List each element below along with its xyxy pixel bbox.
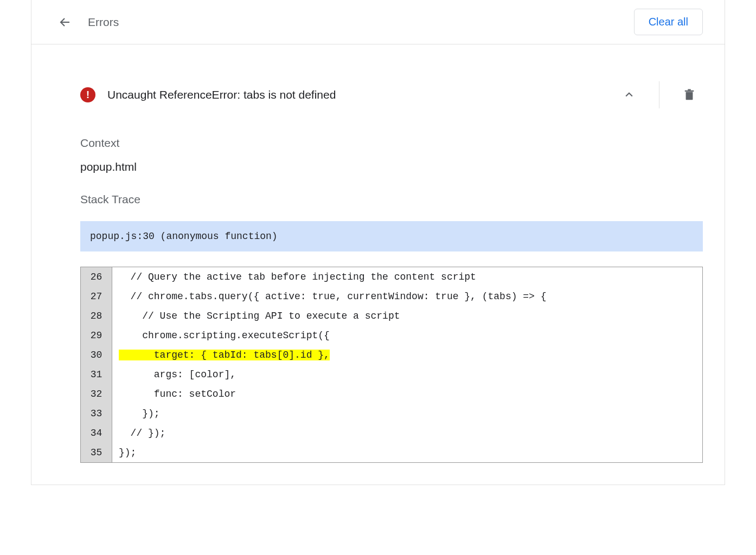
- code-line: // });: [112, 423, 702, 443]
- line-number: 27: [81, 287, 112, 306]
- back-arrow-icon[interactable]: [59, 16, 72, 29]
- code-line: // chrome.tabs.query({ active: true, cur…: [112, 287, 702, 306]
- code-line: // Use the Scripting API to execute a sc…: [112, 306, 702, 326]
- line-number: 30: [81, 345, 112, 365]
- content: ! Uncaught ReferenceError: tabs is not d…: [31, 66, 725, 463]
- line-number: 34: [81, 423, 112, 443]
- code-row: 30 target: { tabId: tabs[0].id },: [81, 345, 702, 365]
- line-number: 32: [81, 384, 112, 404]
- divider: [659, 81, 659, 108]
- code-line: });: [112, 404, 702, 423]
- errors-panel: Errors Clear all ! Uncaught ReferenceErr…: [31, 0, 725, 485]
- code-line: args: [color],: [112, 365, 702, 384]
- trash-icon[interactable]: [676, 81, 703, 108]
- code-row: 32 func: setColor: [81, 384, 702, 404]
- code-row: 28 // Use the Scripting API to execute a…: [81, 306, 702, 326]
- clear-all-button[interactable]: Clear all: [634, 9, 703, 35]
- error-row: ! Uncaught ReferenceError: tabs is not d…: [80, 66, 703, 124]
- code-line: // Query the active tab before injecting…: [112, 267, 702, 287]
- error-icon: !: [80, 87, 95, 102]
- error-left: ! Uncaught ReferenceError: tabs is not d…: [80, 87, 336, 102]
- stack-trace-heading: Stack Trace: [80, 193, 703, 206]
- code-line: chrome.scripting.executeScript({: [112, 326, 702, 345]
- code-line: func: setColor: [112, 384, 702, 404]
- context-heading: Context: [80, 137, 703, 150]
- svg-rect-1: [686, 92, 693, 100]
- code-row: 29 chrome.scripting.executeScript({: [81, 326, 702, 345]
- code-row: 35});: [81, 443, 702, 462]
- line-number: 29: [81, 326, 112, 345]
- collapse-chevron-icon[interactable]: [616, 81, 643, 108]
- line-number: 28: [81, 306, 112, 326]
- code-row: 33 });: [81, 404, 702, 423]
- stack-trace-location[interactable]: popup.js:30 (anonymous function): [80, 221, 703, 251]
- code-line: });: [112, 443, 702, 462]
- code-snippet: 26 // Query the active tab before inject…: [80, 267, 703, 463]
- line-number: 33: [81, 404, 112, 423]
- header-left: Errors: [59, 16, 119, 29]
- line-number: 26: [81, 267, 112, 287]
- error-message: Uncaught ReferenceError: tabs is not def…: [107, 88, 336, 101]
- error-actions: [616, 81, 703, 108]
- code-line: target: { tabId: tabs[0].id },: [112, 345, 702, 365]
- code-row: 26 // Query the active tab before inject…: [81, 267, 702, 287]
- svg-rect-3: [688, 89, 691, 90]
- line-number: 35: [81, 443, 112, 462]
- svg-rect-2: [685, 91, 694, 92]
- code-row: 31 args: [color],: [81, 365, 702, 384]
- header: Errors Clear all: [31, 0, 725, 44]
- code-row: 27 // chrome.tabs.query({ active: true, …: [81, 287, 702, 306]
- line-number: 31: [81, 365, 112, 384]
- code-row: 34 // });: [81, 423, 702, 443]
- page-title: Errors: [88, 16, 119, 29]
- context-value: popup.html: [80, 160, 703, 173]
